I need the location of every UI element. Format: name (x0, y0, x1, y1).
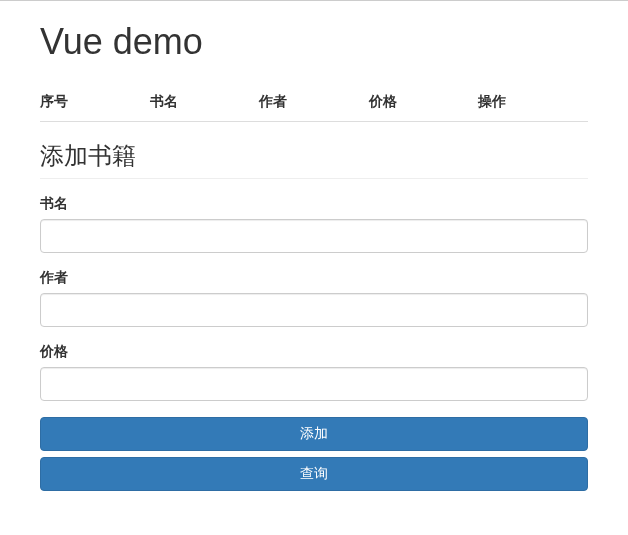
table-header-action: 操作 (478, 93, 588, 111)
author-input[interactable] (40, 293, 588, 327)
table-header-row: 序号 书名 作者 价格 操作 (40, 83, 588, 122)
form-group-author: 作者 (40, 269, 588, 327)
form-group-bookname: 书名 (40, 195, 588, 253)
author-label: 作者 (40, 269, 588, 287)
table-header-author: 作者 (259, 93, 369, 111)
bookname-input[interactable] (40, 219, 588, 253)
price-label: 价格 (40, 343, 588, 361)
page-title: Vue demo (40, 21, 588, 63)
form-title: 添加书籍 (40, 140, 588, 179)
table-header-price: 价格 (369, 93, 479, 111)
main-container: Vue demo 序号 书名 作者 价格 操作 添加书籍 书名 作者 价格 添加… (0, 1, 628, 517)
search-button[interactable]: 查询 (40, 457, 588, 491)
add-button[interactable]: 添加 (40, 417, 588, 451)
price-input[interactable] (40, 367, 588, 401)
form-group-price: 价格 (40, 343, 588, 401)
table-header-serial: 序号 (40, 93, 150, 111)
table-header-bookname: 书名 (150, 93, 260, 111)
bookname-label: 书名 (40, 195, 588, 213)
button-group: 添加 查询 (40, 417, 588, 491)
